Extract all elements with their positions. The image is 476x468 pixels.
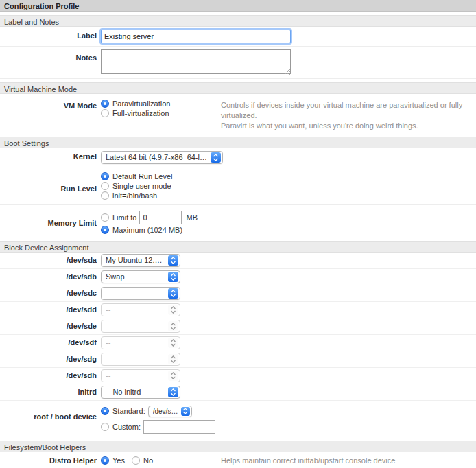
notes-row: Notes [0,47,476,79]
device-row-initrd: initrd -- No initrd -- [0,384,476,401]
select-stepper-icon [211,152,221,163]
custom-root-input[interactable] [143,420,215,434]
device-row-sdg: /dev/sdg -- [0,351,476,368]
device-select-sdd[interactable]: -- [101,303,180,316]
resize-grip-icon[interactable] [284,69,290,75]
device-select-sdh[interactable]: -- [101,369,180,382]
label-field-label: Label [0,30,101,40]
radio-selected-icon[interactable] [101,226,109,234]
select-stepper-icon [168,338,178,348]
device-row-sdb: /dev/sdb Swap [0,269,476,285]
notes-field-label: Notes [0,49,101,62]
radio-selected-icon[interactable] [101,456,109,465]
radio-distro-yes[interactable]: Yes [101,456,125,465]
kernel-select[interactable]: Latest 64 bit (4.9.7-x86_64-linode80) [101,151,223,164]
device-row-sde: /dev/sde -- [0,318,476,335]
radio-full-virtualization[interactable]: Full-virtualization [101,109,221,117]
radio-default-run-level[interactable]: Default Run Level [101,172,221,180]
device-select-sdf[interactable]: -- [101,336,180,349]
radio-unselected-icon[interactable] [101,213,109,222]
label-row: Label [0,27,476,47]
run-level-label: Run Level [0,171,101,193]
select-stepper-icon [168,255,178,266]
radio-unselected-icon[interactable] [132,456,140,465]
helper-help-distro: Helps maintain correct inittab/upstart c… [221,456,476,466]
radio-unselected-icon[interactable] [101,423,109,431]
radio-paravirtualization-label: Paravirtualization [112,100,170,108]
run-level-row: Run Level Default Run Level Single user … [0,167,476,205]
select-stepper-icon [168,387,178,397]
section-header-fs-helpers: Filesystem/Boot Helpers [0,441,476,452]
root-device-row: root / boot device Standard: /dev/sda Cu… [0,401,476,441]
device-row-sdf: /dev/sdf -- [0,335,476,351]
radio-distro-no[interactable]: No [132,456,153,465]
kernel-row: Kernel Latest 64 bit (4.9.7-x86_64-linod… [0,148,476,167]
device-row-sdc: /dev/sdc -- [0,285,476,302]
standard-root-select[interactable]: /dev/sda [148,406,192,417]
section-header-vm-mode: Virtual Machine Mode [0,82,476,94]
radio-paravirtualization[interactable]: Paravirtualization [101,100,221,108]
section-header-boot-settings: Boot Settings [0,137,476,148]
memory-limit-input[interactable] [139,211,182,224]
vm-mode-label: VM Mode [0,98,101,110]
label-input[interactable] [101,30,291,43]
vm-mode-row: VM Mode Paravirtualization Full-virtuali… [0,94,476,137]
device-select-sde[interactable]: -- [101,320,180,333]
select-stepper-icon [168,321,178,331]
device-row-sdh: /dev/sdh -- [0,368,476,384]
radio-init-bin-bash[interactable]: init=/bin/bash [101,191,221,200]
radio-limit-to[interactable]: Limit to MB [101,211,279,224]
root-device-label: root / boot device [0,404,101,421]
helper-row-distro: Distro Helper Yes No Helps maintain corr… [0,452,476,468]
device-row-sdd: /dev/sdd -- [0,302,476,318]
page-title: Configuration Profile [0,0,476,12]
select-stepper-icon [168,305,178,315]
device-select-sda[interactable]: My Ubuntu 12.04 Server [101,254,180,267]
select-stepper-icon [168,288,178,299]
vm-mode-help: Controls if devices inside your virtual … [221,98,476,131]
device-row-sda: /dev/sda My Ubuntu 12.04 Server [0,253,476,269]
radio-unselected-icon[interactable] [101,182,109,190]
radio-selected-icon[interactable] [101,407,109,415]
device-select-sdb[interactable]: Swap [101,270,180,283]
radio-full-virtualization-label: Full-virtualization [112,109,169,117]
radio-selected-icon[interactable] [101,172,109,180]
device-select-sdc[interactable]: -- [101,287,180,300]
kernel-label: Kernel [0,151,101,161]
radio-unselected-icon[interactable] [101,109,109,117]
notes-textarea[interactable] [101,49,291,74]
section-header-label-and-notes: Label and Notes [0,15,476,27]
select-stepper-icon [181,407,190,416]
device-select-sdg[interactable]: -- [101,353,180,366]
radio-unselected-icon[interactable] [101,191,109,200]
select-stepper-icon [168,272,178,282]
radio-maximum-memory[interactable]: Maximum (1024 MB) [101,226,279,234]
initrd-select[interactable]: -- No initrd -- [101,386,180,399]
radio-single-user-mode[interactable]: Single user mode [101,182,221,190]
memory-limit-row: Memory Limit Limit to MB Maximum (1024 M… [0,205,476,241]
section-header-block-devices: Block Device Assignment [0,241,476,253]
radio-standard-root[interactable]: Standard: /dev/sda [101,406,221,417]
radio-custom-root[interactable]: Custom: [101,420,221,434]
select-stepper-icon [168,354,178,364]
radio-selected-icon[interactable] [101,100,109,108]
select-stepper-icon [168,371,178,381]
memory-limit-label: Memory Limit [0,209,101,227]
